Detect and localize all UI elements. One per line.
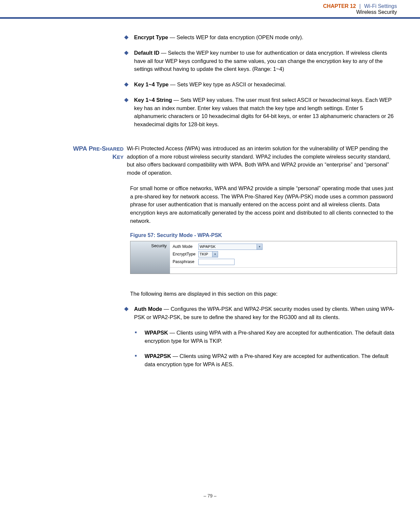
bullet-wpapsk: ■ WPAPSK — Clients using WPA with a Pre-… [135,329,397,345]
figure-form: Auth Mode WPAPSK ▼ EncryptType TKIP ▼ Pa… [170,241,397,274]
chapter-title: Wi-Fi Settings [364,3,397,9]
square-icon: ■ [135,329,145,345]
chapter-subtitle: Wireless Security [0,9,397,15]
auth-mode-select[interactable]: WPAPSK ▼ [198,244,263,250]
diamond-icon: ◆ [124,33,134,42]
chapter-num: 12 [350,3,356,9]
page-header: CHAPTER 12 | Wi-Fi Settings Wireless Sec… [0,0,420,19]
passphrase-label: Passphrase [173,259,198,264]
bullet-key-type: ◆ Key 1~4 Type — Sets WEP key type as AS… [124,80,397,89]
chevron-down-icon: ▼ [257,244,262,250]
figure-caption: Figure 57: Security Mode - WPA-PSK [130,232,397,238]
bullet-wpa2psk: ■ WPA2PSK — Clients using WPA2 with a Pr… [135,352,397,369]
diamond-icon: ◆ [124,80,134,89]
diamond-icon: ◆ [124,96,134,129]
bullet-text: WPAPSK — Clients using WPA with a Pre-sh… [145,329,397,345]
divider [170,267,397,268]
figure-screenshot: Security Auth Mode WPAPSK ▼ EncryptType … [130,241,397,274]
auth-mode-label: Auth Mode [173,244,198,249]
bullet-text: Encrypt Type — Selects WEP for data encr… [134,33,397,42]
passphrase-input[interactable] [198,259,235,265]
figure-panel-title: Security [130,241,170,274]
bullet-text: WPA2PSK — Clients using WPA2 with a Pre-… [145,352,397,369]
encrypt-type-label: EncryptType [173,252,198,256]
diamond-icon: ◆ [124,49,134,73]
diamond-icon: ◆ [124,305,134,321]
bullet-text: Key 1~4 Type — Sets WEP key type as ASCI… [134,80,397,89]
chevron-down-icon: ▼ [212,252,218,257]
form-row-encrypt: EncryptType TKIP ▼ [173,251,397,258]
bullet-auth-mode: ◆ Auth Mode — Configures the WPA-PSK and… [124,305,397,321]
encrypt-type-select[interactable]: TKIP ▼ [198,251,218,257]
bullet-text: Key 1~4 String — Sets WEP key values. Th… [134,96,397,129]
section-wpa-psk: WPA PRE-SHARED KEY Wi-Fi Protected Acces… [41,144,397,177]
form-row-auth: Auth Mode WPAPSK ▼ [173,243,397,250]
bullet-key-string: ◆ Key 1~4 String — Sets WEP key values. … [124,96,397,129]
form-row-passphrase: Passphrase [173,258,397,265]
square-icon: ■ [135,352,145,369]
section-para-1: Wi-Fi Protected Access (WPA) was introdu… [127,144,397,177]
content-area: ◆ Encrypt Type — Selects WEP for data en… [0,33,420,369]
chapter-word: CHAPTER [323,3,349,9]
auth-mode-value: WPAPSK [200,245,215,249]
header-sep: | [359,3,361,9]
bullet-encrypt-type: ◆ Encrypt Type — Selects WEP for data en… [124,33,397,42]
page-number: – 79 – [0,493,420,498]
bullet-text: Default ID — Selects the WEP key number … [134,49,397,73]
after-figure-text: The following items are displayed in thi… [130,290,397,298]
encrypt-type-value: TKIP [200,252,208,256]
bullet-text: Auth Mode — Configures the WPA-PSK and W… [134,305,397,321]
chapter-line: CHAPTER 12 | Wi-Fi Settings [0,3,397,9]
section-para-2: For small home or office networks, WPA a… [130,184,397,225]
bullet-default-id: ◆ Default ID — Selects the WEP key numbe… [124,49,397,73]
section-heading: WPA PRE-SHARED KEY [41,144,127,177]
